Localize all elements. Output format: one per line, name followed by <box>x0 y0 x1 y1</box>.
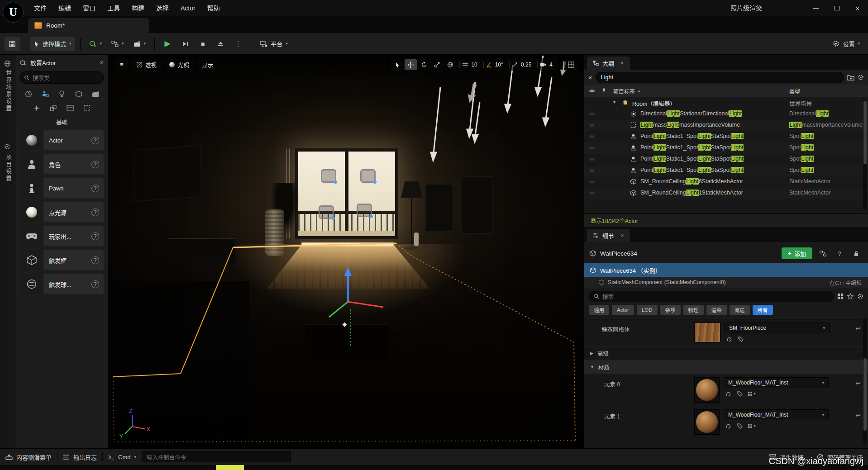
outliner-root-row[interactable]: ▾ Room（编辑器） 世界场景 <box>584 97 868 109</box>
use-selected-icon[interactable] <box>724 422 733 430</box>
category-lights-icon[interactable] <box>57 89 67 99</box>
sidebar-tab-world-settings[interactable]: 世界场景设置 <box>4 70 13 112</box>
menu-item-窗口[interactable]: 窗口 <box>77 0 101 16</box>
minimize-button[interactable] <box>806 0 826 16</box>
place-item-Pawn[interactable]: Pawn? <box>20 178 104 198</box>
menu-item-编辑[interactable]: 编辑 <box>52 0 77 16</box>
console-input[interactable]: 输入控制台命令 <box>142 451 291 462</box>
outliner-row[interactable]: SM_RoundCeilingLight6StaticMeshActorStat… <box>584 176 868 188</box>
static-mesh-thumbnail[interactable] <box>694 323 720 342</box>
close-icon[interactable]: × <box>620 232 624 239</box>
convert-blueprint-button[interactable] <box>816 248 829 259</box>
close-button[interactable]: × <box>847 0 868 16</box>
outliner-row[interactable]: SM_RoundCeilingLight1StaticMeshActorStat… <box>584 188 868 199</box>
play-button[interactable]: ▶ <box>160 37 175 51</box>
static-mesh-dropdown[interactable]: SM_FloorPiece ▾ <box>725 323 830 333</box>
sidebar-tab-project-settings[interactable]: 项目设置 <box>4 154 13 182</box>
add-component-button[interactable]: + 添加 <box>782 247 812 259</box>
filter-chip-渲染[interactable]: 渲染 <box>706 305 727 315</box>
details-settings-gear-icon[interactable] <box>857 293 863 299</box>
create-folder-icon[interactable] <box>847 75 854 81</box>
menu-item-Actor[interactable]: Actor <box>175 0 201 16</box>
eye-icon[interactable] <box>589 133 595 140</box>
reset-icon[interactable]: ↩ <box>855 325 861 332</box>
material-dropdown[interactable]: M_WoodFloor_MAT_Inst▾ <box>724 377 829 388</box>
level-viewport[interactable]: Z X Y ≡ 透视 光照 <box>109 55 584 448</box>
cinematics-dropdown[interactable]: ▾ <box>130 37 150 51</box>
save-button[interactable] <box>5 37 20 51</box>
filter-chip-通用[interactable]: 通用 <box>589 305 609 315</box>
help-badge[interactable]: ? <box>91 161 99 168</box>
outliner-scrollbar[interactable] <box>863 100 867 210</box>
photoreal-render-label[interactable]: 照片级渲染 <box>730 0 762 16</box>
play-options-button[interactable]: ⋮ <box>230 37 246 51</box>
material-options-icon[interactable]: ▾ <box>747 390 756 398</box>
help-badge[interactable]: ? <box>91 137 99 144</box>
settings-dropdown[interactable]: 设置 ▾ <box>829 37 863 51</box>
close-icon[interactable]: × <box>620 60 624 66</box>
category-cinematics-icon[interactable] <box>91 89 100 99</box>
eye-icon[interactable] <box>589 179 595 185</box>
selected-instance-row[interactable]: WallPiece634 （实例） <box>584 263 868 277</box>
material-thumbnail[interactable] <box>694 409 720 435</box>
place-item-点光源[interactable]: 点光源? <box>20 202 104 222</box>
category-basic-icon[interactable] <box>40 89 50 99</box>
place-item-Actor[interactable]: Actor? <box>20 130 104 150</box>
outliner-row[interactable]: DirectionalLightStationarDirectionalLigh… <box>584 109 868 120</box>
material-options-icon[interactable]: ▾ <box>747 422 756 430</box>
tab-outliner[interactable]: 大纲 × <box>587 57 630 70</box>
stop-button[interactable]: ■ <box>195 37 210 51</box>
grid-snap-group[interactable]: 10 <box>459 62 480 68</box>
show-dropdown[interactable]: 显示 <box>197 59 218 71</box>
outliner-row[interactable]: LightmassLightmassImportanceVolumeLightm… <box>584 120 868 131</box>
place-actor-search-input[interactable]: 搜索类 <box>19 71 104 84</box>
favorites-star-icon[interactable] <box>847 293 854 299</box>
category-shapes-icon[interactable] <box>74 89 84 99</box>
help-badge[interactable]: ? <box>91 185 99 192</box>
frame-skip-button[interactable] <box>177 37 193 51</box>
perspective-dropdown[interactable]: 透视 <box>132 59 161 71</box>
output-log-button[interactable]: 输出日志 <box>63 453 97 461</box>
tab-details[interactable]: 细节 × <box>587 229 630 242</box>
category-panels-icon[interactable] <box>65 103 75 113</box>
outliner-row[interactable]: PointLightStatic1_SpotLightStaSpotLightS… <box>584 165 868 176</box>
menu-item-文件[interactable]: 文件 <box>28 0 52 16</box>
column-type[interactable]: 类型 <box>789 87 800 95</box>
browse-asset-icon[interactable] <box>736 335 745 343</box>
eye-icon[interactable] <box>589 122 595 128</box>
component-row[interactable]: StaticMeshComponent (StaticMeshComponent… <box>584 277 868 288</box>
clear-search-icon[interactable]: × <box>588 74 592 81</box>
content-drawer-button[interactable]: 内容侧滑菜单 <box>5 453 52 461</box>
world-local-toggle[interactable] <box>444 59 456 70</box>
menu-item-工具[interactable]: 工具 <box>101 0 126 16</box>
scale-tool-button[interactable] <box>431 59 443 70</box>
platform-dropdown[interactable]: 平台 ▾ <box>256 37 291 51</box>
menu-item-构建[interactable]: 构建 <box>126 0 150 16</box>
cmd-dropdown[interactable]: Cmd ▾ <box>108 454 136 461</box>
outliner-settings-gear-icon[interactable] <box>858 74 864 81</box>
category-volumes-icon[interactable] <box>82 103 92 113</box>
outliner-row[interactable]: PointLightStatic1_SpotLightStaSpotLightS… <box>584 131 868 142</box>
move-tool-button[interactable] <box>405 59 417 70</box>
outliner-row[interactable]: PointLightStatic1_SpotLightStaSpotLightS… <box>584 154 868 165</box>
menu-item-选择[interactable]: 选择 <box>150 0 175 16</box>
use-selected-icon[interactable] <box>725 335 734 343</box>
advanced-section[interactable]: ▶ 高级 <box>584 347 868 360</box>
edit-in-cpp-link[interactable]: 在C++中编辑 <box>830 279 862 286</box>
eye-icon[interactable] <box>589 167 595 174</box>
eye-icon[interactable] <box>589 190 595 196</box>
filter-chip-流送[interactable]: 流送 <box>730 305 750 315</box>
place-item-玩家出...[interactable]: 玩家出...? <box>20 226 104 246</box>
add-actor-dropdown[interactable]: ▾ <box>86 37 106 51</box>
details-scrollbar[interactable] <box>863 318 867 445</box>
filter-chip-所有[interactable]: 所有 <box>753 305 773 315</box>
place-item-触发球...[interactable]: 触发球...? <box>20 274 104 294</box>
browse-asset-icon[interactable] <box>735 422 744 430</box>
select-tool-button[interactable] <box>391 59 404 70</box>
unreal-logo-icon[interactable]: U <box>3 2 24 23</box>
eye-icon[interactable] <box>589 111 595 117</box>
filter-chip-Actor[interactable]: Actor <box>612 305 634 315</box>
place-item-触发框[interactable]: 触发框? <box>20 250 104 270</box>
filter-chip-物理[interactable]: 物理 <box>683 305 704 315</box>
help-badge[interactable]: ? <box>91 233 99 240</box>
